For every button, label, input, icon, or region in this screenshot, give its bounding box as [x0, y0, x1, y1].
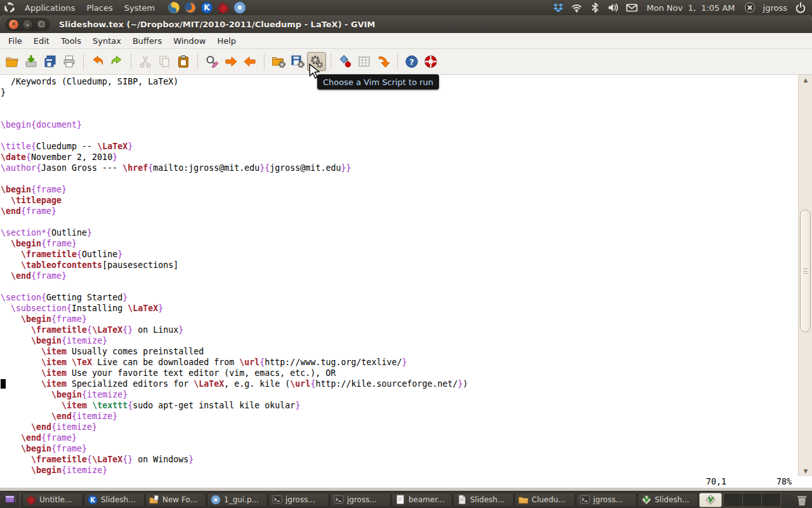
ubuntu-logo-icon[interactable]: [3, 1, 16, 15]
toolbar-find-help-button[interactable]: [421, 52, 440, 71]
launcher-python-icon[interactable]: [167, 1, 181, 15]
tooltip: Choose a Vim Script to run: [317, 74, 439, 90]
menu-syntax[interactable]: Syntax: [87, 34, 127, 48]
task-button-label: 1_gui.p...: [224, 495, 259, 504]
mail-icon[interactable]: [625, 2, 638, 14]
task-button-jgross[interactable]: jgross...: [576, 493, 637, 507]
editor-line: [1, 98, 798, 109]
workspace-1[interactable]: [723, 493, 743, 507]
panel-menu-places[interactable]: Places: [81, 2, 118, 14]
toolbar-find-replace-button[interactable]: [202, 52, 221, 71]
toolbar-open-button[interactable]: [3, 52, 22, 71]
toolbar-copy-button[interactable]: [155, 52, 174, 71]
panel-menu-applications[interactable]: Applications: [19, 2, 81, 14]
editor-line: \item \TeX Live can be downloaded from \…: [1, 357, 798, 368]
toolbar-separator: [264, 53, 265, 70]
editor-line: \item Use your favorite text editor (vim…: [1, 368, 798, 378]
toolbar-save-session-button[interactable]: [288, 52, 307, 71]
doc-icon: [457, 495, 467, 505]
editor-line: \frametitle{Outline}: [1, 249, 798, 260]
scrollbar-thumb[interactable]: [800, 210, 811, 332]
panel-menu-system[interactable]: System: [119, 2, 160, 14]
editor-line: [1, 281, 798, 292]
bluetooth-icon[interactable]: [589, 2, 601, 14]
dropbox-icon[interactable]: [552, 2, 565, 14]
user-status-icon[interactable]: [743, 2, 756, 14]
editor-line: \section*{Outline}: [1, 227, 798, 238]
starburst-icon: [26, 495, 36, 505]
task-button-newfo[interactable]: New Fo...: [145, 493, 206, 507]
task-button-beamer[interactable]: beamer...: [391, 493, 452, 507]
launcher-starburst-icon[interactable]: [216, 1, 230, 15]
editor-line: \end{itemize}: [1, 422, 798, 432]
launcher-globe-icon[interactable]: [233, 1, 247, 15]
minimize-button[interactable]: ⌄: [22, 19, 33, 30]
toolbar-save-button[interactable]: [22, 52, 41, 71]
vim-icon: [641, 495, 652, 505]
toolbar-load-session-button[interactable]: [269, 52, 288, 71]
toolbar-print-button[interactable]: [60, 52, 79, 71]
toolbar-build-tags-button[interactable]: [355, 52, 374, 71]
power-icon[interactable]: [794, 2, 807, 14]
task-button-untitle[interactable]: Untitle...: [22, 493, 83, 507]
toolbar-find-next-button[interactable]: [221, 52, 240, 71]
menu-window[interactable]: Window: [167, 34, 211, 48]
svg-text:K: K: [204, 3, 211, 12]
vim-cursor: [1, 379, 6, 389]
wifi-icon[interactable]: [570, 2, 583, 14]
menu-edit[interactable]: Edit: [28, 34, 55, 48]
workspace-2[interactable]: [742, 493, 762, 507]
trash-icon[interactable]: [792, 493, 811, 506]
toolbar-save-all-button[interactable]: [41, 52, 60, 71]
panel-menus: ApplicationsPlacesSystem: [19, 3, 160, 13]
toolbar-make-button[interactable]: [336, 52, 355, 71]
toolbar-help-button[interactable]: ?: [402, 52, 421, 71]
menu-file[interactable]: File: [3, 34, 28, 48]
editor-line: \begin{itemize}: [1, 465, 798, 476]
toolbar-cut-button[interactable]: [136, 52, 155, 71]
vertical-scrollbar[interactable]: ▲ ▼: [798, 75, 812, 476]
toolbar-undo-button[interactable]: [88, 52, 107, 71]
titlebar[interactable]: ✕ ⌄ ▢ Slideshow.tex (~/Dropbox/MIT/2010-…: [0, 15, 812, 33]
launcher-firefox-icon[interactable]: [183, 1, 197, 15]
maximize-button[interactable]: ▢: [36, 19, 47, 30]
scroll-up-arrow-icon[interactable]: ▲: [799, 75, 812, 85]
close-button[interactable]: ✕: [8, 19, 19, 30]
task-button-jgross[interactable]: jgross...: [268, 493, 329, 507]
menu-buffers[interactable]: Buffers: [127, 34, 167, 48]
task-button-1guip[interactable]: 1_gui.p...: [207, 493, 268, 507]
scroll-down-arrow-icon[interactable]: ▼: [799, 466, 812, 476]
text-editor-area[interactable]: /Keywords (Cluedump, SIBP, LaTeX)} \begi…: [0, 75, 798, 476]
clock[interactable]: Mon Nov 1, 1:05 AM: [644, 3, 737, 13]
task-button-vim-active[interactable]: [699, 493, 722, 507]
toolbar-paste-button[interactable]: [174, 52, 193, 71]
task-button-slidesh[interactable]: Slidesh...: [453, 493, 514, 507]
volume-icon[interactable]: [607, 2, 620, 14]
task-button-cluedu[interactable]: Cluedu...: [514, 493, 575, 507]
window-list-applet-icon[interactable]: [1, 493, 20, 507]
panel-launchers: K: [167, 1, 247, 15]
editor-line: \begin{frame}: [1, 443, 798, 454]
menu-tools[interactable]: Tools: [55, 34, 87, 48]
editor-line: \begin{frame}: [1, 184, 798, 195]
task-button-slidesh[interactable]: KSlidesh...: [84, 493, 145, 507]
folder-icon: [518, 495, 528, 505]
launcher-kcircle-icon[interactable]: K: [200, 1, 214, 15]
vim-ruler: 70,1 78%: [0, 476, 812, 488]
task-button-label: Cluedu...: [532, 495, 565, 504]
workspace-switcher: [724, 493, 781, 507]
task-button-jgross[interactable]: jgross...: [330, 493, 391, 507]
toolbar-jump-tag-button[interactable]: [374, 52, 393, 71]
mouse-cursor: [308, 64, 322, 81]
editor-line: \tableofcontents[pausesections]: [1, 260, 798, 271]
user-menu[interactable]: jgross: [762, 3, 789, 13]
task-button-slidesh[interactable]: Slidesh...: [638, 493, 698, 507]
system-tray: [552, 2, 638, 14]
menu-help[interactable]: Help: [211, 34, 242, 48]
editor-line: \section{Getting Started}: [1, 292, 798, 303]
toolbar-redo-button[interactable]: [107, 52, 126, 71]
editor-line: \begin{document}: [1, 119, 798, 130]
toolbar-find-prev-button[interactable]: [240, 52, 259, 71]
top-panel: ApplicationsPlacesSystem K Mon Nov 1, 1:…: [0, 0, 812, 15]
workspace-3[interactable]: [761, 493, 781, 507]
